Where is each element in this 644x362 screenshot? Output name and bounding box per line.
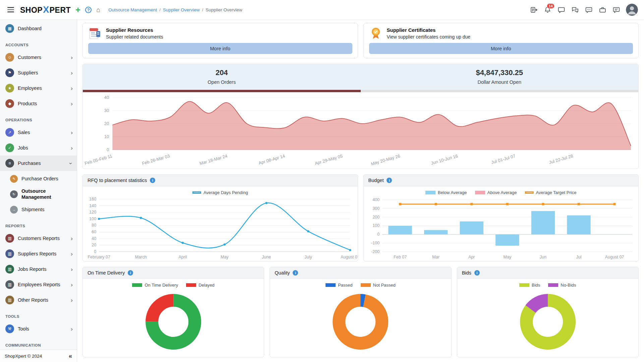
svg-text:160: 160 xyxy=(89,197,96,201)
legend-item-on-time-delivery: On Time Delivery xyxy=(132,283,178,288)
dollar-open-value: $4,847,330.25 xyxy=(361,68,639,77)
bids-donut-chart xyxy=(457,288,638,357)
dollar-open-stat: $4,847,330.25 Dollar Amount Open xyxy=(361,68,639,85)
sidebar-item-dashboard[interactable]: ▦Dashboard xyxy=(0,21,77,36)
supplier-certificates-more-info-button[interactable]: More info xyxy=(369,43,633,54)
other-reports-icon: ▥ xyxy=(5,296,14,304)
chevron-right-icon: › xyxy=(69,101,73,107)
svg-text:-200: -200 xyxy=(371,249,379,254)
app-logo[interactable]: SHOPXPERT xyxy=(20,5,71,15)
chevron-right-icon: › xyxy=(69,55,73,60)
info-icon[interactable]: i xyxy=(293,270,298,276)
home-icon[interactable]: ⌂ xyxy=(96,6,100,14)
budget-bar-chart: -200-1000100200300400Feb 07MarAprMayJunJ… xyxy=(364,196,639,261)
help-icon[interactable]: ? xyxy=(85,7,92,13)
sidebar-item-purchases[interactable]: ¤Purchases› xyxy=(0,156,77,171)
info-icon[interactable]: i xyxy=(387,178,392,183)
svg-text:120: 120 xyxy=(89,210,96,215)
supplier-resources-more-info-button[interactable]: More info xyxy=(88,43,352,54)
svg-text:Apr: Apr xyxy=(468,255,475,259)
sidebar-item-tools[interactable]: ⚒Tools› xyxy=(0,321,77,337)
panel-title: Bids xyxy=(462,270,471,276)
open-orders-progress xyxy=(83,90,361,92)
info-icon[interactable]: i xyxy=(150,178,155,183)
breadcrumb-item-supplier-overview: Supplier Overview xyxy=(206,7,242,12)
employees-icon: ★ xyxy=(5,84,14,93)
copyright-text: ShopXpert © 2024 xyxy=(5,354,42,359)
comment-icon[interactable] xyxy=(557,6,565,14)
svg-text:0: 0 xyxy=(94,249,96,254)
sidebar-item-employees[interactable]: ★Employees› xyxy=(0,80,77,96)
sidebar-item-other-reports[interactable]: ▥Other Reports› xyxy=(0,292,77,308)
chevron-right-icon: › xyxy=(69,282,73,288)
svg-text:April: April xyxy=(178,255,187,259)
comment-dots-icon[interactable] xyxy=(585,6,593,14)
svg-text:40: 40 xyxy=(92,236,96,241)
legend-swatch xyxy=(192,191,201,194)
sidebar-section-operations: OPERATIONS xyxy=(0,111,77,125)
sidebar-item-jobs-reports[interactable]: ▥Jobs Reports› xyxy=(0,261,77,277)
user-avatar[interactable] xyxy=(626,4,638,16)
svg-text:Mar: Mar xyxy=(432,255,440,259)
chevron-right-icon: › xyxy=(69,236,73,241)
svg-text:May: May xyxy=(221,255,229,259)
dollar-open-label: Dollar Amount Open xyxy=(361,79,639,85)
open-orders-label: Open Orders xyxy=(83,79,361,85)
panel-title: On Time Delivery xyxy=(87,270,125,276)
info-icon[interactable]: i xyxy=(474,270,480,276)
legend-item-average-days-pending: Average Days Pending xyxy=(192,190,248,195)
briefcase-icon[interactable] xyxy=(598,6,606,14)
certificate-icon xyxy=(369,26,383,40)
sidebar-item-customers-reports[interactable]: ▥Customers Reports› xyxy=(0,231,77,246)
sidebar-item-employees-reports[interactable]: ▥Employees Reports› xyxy=(0,277,77,292)
supplier-resources-card: Supplier Resources Supplier related docu… xyxy=(82,23,358,58)
tools-icon: ⚒ xyxy=(5,324,14,333)
legend-label: No-Bids xyxy=(561,283,576,288)
sidebar-item-suppliers[interactable]: ⚑Suppliers› xyxy=(0,65,77,80)
notifications-bell-icon[interactable]: 14 xyxy=(543,6,551,14)
breadcrumb-item-outsource-management[interactable]: Outsource Management xyxy=(108,7,157,12)
svg-text:May: May xyxy=(503,255,511,259)
svg-text:Jul 01-Jul 07: Jul 01-Jul 07 xyxy=(491,153,516,165)
svg-text:August 07: August 07 xyxy=(341,255,357,259)
svg-text:200: 200 xyxy=(372,215,379,220)
menu-icon[interactable] xyxy=(6,6,15,14)
svg-text:Feb 07: Feb 07 xyxy=(394,255,407,259)
legend-item-delayed: Delayed xyxy=(186,283,215,288)
sidebar-item-outsource-management[interactable]: ↻Outsource Management xyxy=(0,186,77,202)
sidebar-item-suppliers-reports[interactable]: ▥Suppliers Reports› xyxy=(0,246,77,261)
topbar: SHOPXPERT + ? ⌂ Outsource Management/Sup… xyxy=(0,0,644,19)
legend-label: Below Average xyxy=(438,190,467,195)
svg-text:Feb 26-Mar 03: Feb 26-Mar 03 xyxy=(141,153,170,166)
add-icon[interactable]: + xyxy=(75,5,80,14)
dashboard-icon: ▦ xyxy=(5,24,14,33)
sidebar-item-label: Shipments xyxy=(21,206,45,213)
sidebar-footer: ShopXpert © 2024 « xyxy=(0,350,77,362)
export-list-icon[interactable] xyxy=(530,6,538,14)
sidebar-item-customers[interactable]: ☺Customers› xyxy=(0,50,77,65)
sidebar-item-shipments[interactable]: →Shipments xyxy=(0,202,77,217)
sidebar-item-products[interactable]: ◆Products› xyxy=(0,96,77,111)
sidebar-item-jobs[interactable]: ✓Jobs› xyxy=(0,140,77,156)
sidebar-item-label: Customers Reports xyxy=(18,235,60,241)
sidebar-item-purchase-orders[interactable]: ✎Purchase Orders xyxy=(0,171,77,186)
collapse-sidebar-icon[interactable]: « xyxy=(69,353,72,360)
chevron-right-icon: › xyxy=(69,85,73,91)
legend-label: Above Average xyxy=(487,190,517,195)
sidebar-section-communication: COMMUNICATION xyxy=(0,337,77,350)
comments-icon[interactable] xyxy=(571,6,579,14)
svg-text:August 07: August 07 xyxy=(605,255,624,259)
info-icon[interactable]: i xyxy=(128,270,133,276)
sidebar-section-tools: TOOLS xyxy=(0,308,77,321)
sidebar-item-label: Suppliers Reports xyxy=(18,251,56,257)
quality-donut-chart xyxy=(270,288,451,357)
logo-text: SHOP xyxy=(20,6,43,14)
jobs-reports-icon: ▥ xyxy=(5,265,14,274)
svg-text:60: 60 xyxy=(92,230,96,234)
breadcrumb: Outsource Management/Supplier Overview/S… xyxy=(108,7,242,12)
comment-lines-icon[interactable] xyxy=(612,6,620,14)
chevron-right-icon: › xyxy=(69,70,73,76)
sidebar-item-sales[interactable]: ↗Sales› xyxy=(0,125,77,140)
legend: BidsNo-Bids xyxy=(457,279,638,288)
breadcrumb-item-supplier-overview[interactable]: Supplier Overview xyxy=(163,7,200,12)
